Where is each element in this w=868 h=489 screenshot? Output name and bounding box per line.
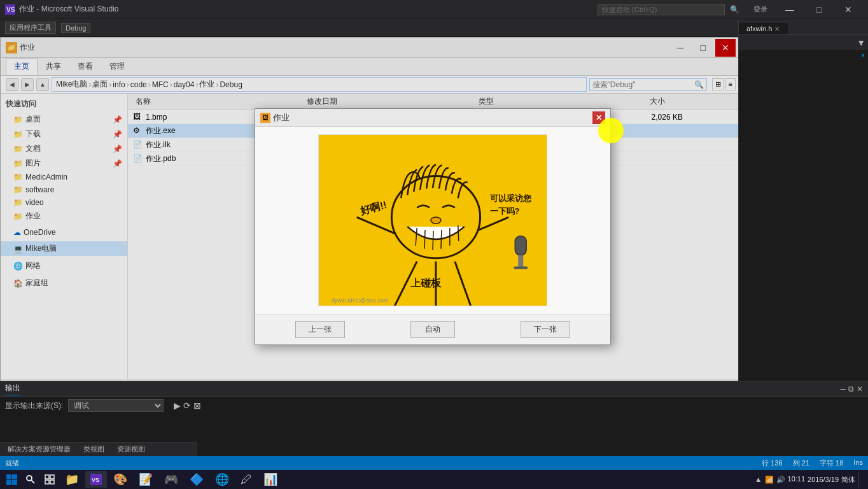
dialog-titlebar: 🖼 作业 ✕	[255, 109, 610, 127]
cursor-indicator	[598, 118, 624, 143]
prev-button[interactable]: 上一张	[295, 321, 345, 338]
svg-line-24	[441, 230, 442, 249]
dialog-content: 好啊!! 可以采访您 一下吗? 上碰板 dywin.MFC@sina.com	[255, 127, 610, 314]
svg-rect-31	[515, 236, 526, 255]
svg-rect-33	[514, 267, 528, 269]
svg-text:可以采访您: 可以采访您	[490, 194, 532, 203]
dialog-image: 好啊!! 可以采访您 一下吗? 上碰板 dywin.MFC@sina.com	[318, 134, 547, 306]
svg-text:一下吗?: 一下吗?	[490, 206, 520, 216]
dialog-footer: 上一张 自动 下一张	[255, 314, 610, 344]
next-button[interactable]: 下一张	[521, 321, 570, 338]
svg-text:dywin.MFC@sina.com: dywin.MFC@sina.com	[332, 297, 389, 304]
svg-text:上碰板: 上碰板	[410, 278, 442, 288]
dialog-overlay: 🖼 作业 ✕	[0, 0, 868, 489]
svg-line-26	[458, 225, 459, 241]
dialog-app-icon: 🖼	[260, 113, 270, 123]
homework-dialog: 🖼 作业 ✕	[255, 108, 611, 345]
dialog-title: 作业	[273, 112, 590, 124]
svg-rect-32	[518, 255, 523, 268]
svg-point-27	[431, 217, 441, 223]
auto-button[interactable]: 自动	[410, 321, 455, 338]
svg-line-22	[424, 230, 425, 249]
svg-line-23	[433, 231, 433, 250]
